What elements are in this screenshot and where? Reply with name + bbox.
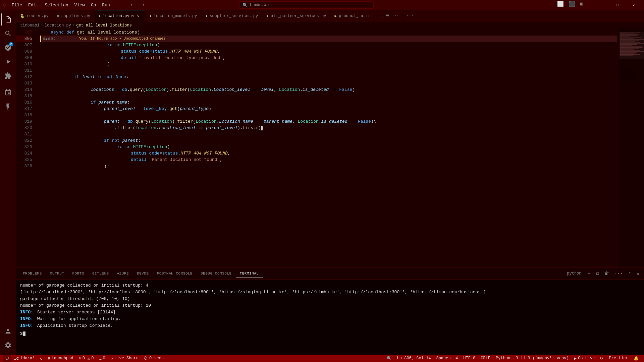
tab-biz-partner[interactable]: ● biz_partner_services.py [262, 10, 330, 22]
panel-tab-output[interactable]: OUTPUT [46, 269, 68, 278]
layout-editor-button[interactable]: ⬜ [555, 0, 566, 10]
menu-more[interactable]: ··· [113, 2, 125, 8]
activity-remote[interactable] [1, 86, 15, 99]
status-sync-button[interactable]: ↻ [37, 355, 45, 362]
close-button[interactable]: ✕ [626, 0, 641, 10]
panel-tab-problems[interactable]: PROBLEMS [19, 269, 46, 278]
svg-rect-45 [620, 80, 633, 80]
status-encoding[interactable]: UTF-8 [461, 355, 478, 362]
panel-tab-devdb[interactable]: DEVDB [133, 269, 153, 278]
panel-tab-azure[interactable]: AZURE [113, 269, 133, 278]
error-icon: ⊗ [79, 356, 81, 361]
panel-trash-button[interactable]: 🗑 [602, 270, 611, 277]
status-live-share[interactable]: ↗ Live Share [108, 355, 141, 362]
status-search-button[interactable]: 🔍 [384, 355, 394, 362]
status-go-live[interactable]: ▶ Go Live [572, 355, 598, 362]
status-python-version[interactable]: 3.11.9 ('myenv': venv) [513, 355, 571, 362]
activity-run-debug[interactable] [1, 55, 15, 68]
code-content[interactable]: async def get_all_level_locations( else:… [36, 29, 617, 267]
panel-maximize-button[interactable]: ⌃ [626, 270, 633, 278]
live-share-label: Live Share [114, 356, 139, 361]
panel-tab-postman[interactable]: POSTMAN CONSOLE [153, 269, 197, 278]
status-line-col[interactable]: Ln 806, Col 14 [394, 355, 434, 362]
menu-edit[interactable]: Edit [25, 2, 41, 8]
layout-custom-button[interactable]: ⬚ [586, 0, 593, 10]
status-line-ending[interactable]: CRLF [478, 355, 493, 362]
tab-suppliers[interactable]: ● suppliers.py [53, 10, 95, 22]
menu-go[interactable]: Go [88, 2, 99, 8]
layout-grid-button[interactable]: ⊞ [578, 0, 585, 10]
remote-count: 0 [103, 356, 105, 361]
tab-location-icon: ● [99, 14, 101, 18]
minimap[interactable] [617, 29, 644, 267]
status-remote-button[interactable]: ⬡ [3, 355, 11, 362]
panel-tab-gitlens[interactable]: GITLENS [88, 269, 113, 278]
activity-testing[interactable] [1, 100, 15, 113]
source-control-badge: 2 [9, 42, 13, 46]
maximize-button[interactable]: □ [610, 0, 625, 10]
status-prettier[interactable]: Prettier [606, 355, 631, 362]
timer-label: 0 secs [149, 356, 164, 361]
code-line-824: status_code=status.HTTP_404_NOT_FOUND, [40, 150, 617, 157]
activity-account[interactable] [1, 324, 15, 338]
tab-product-label: product_ [339, 14, 358, 18]
tab-router[interactable]: 🐍 router.py [16, 10, 53, 22]
status-timer[interactable]: ⏱ 0 secs [141, 355, 166, 362]
menu-selection[interactable]: Selection [42, 2, 71, 8]
layout-split-button[interactable]: ⬛ [567, 0, 577, 10]
breadcrumb-workspace[interactable]: timbuapi [20, 23, 40, 28]
tab-location-models[interactable]: ● location_models.py [145, 10, 201, 22]
panel-more-button[interactable]: ··· [612, 270, 625, 277]
nav-arrows: ← → [128, 1, 147, 9]
activity-search[interactable] [1, 27, 15, 40]
encoding-label: UTF-8 [463, 356, 475, 361]
terminal-content[interactable]: number of garbage collected on initial s… [16, 280, 644, 355]
status-errors[interactable]: ⊗ 0 ⚠ 0 [76, 355, 97, 362]
activity-extensions[interactable] [1, 69, 15, 82]
svg-rect-32 [620, 67, 640, 67]
timer-icon: ⏱ [144, 356, 148, 361]
status-git-branch[interactable]: ⎇ idara* [11, 355, 37, 362]
menu-run[interactable]: Run [99, 2, 112, 8]
panel-tab-terminal[interactable]: TERMINAL [236, 269, 263, 278]
activity-settings[interactable] [1, 339, 15, 352]
launchpad-icon: ⊞ [48, 356, 50, 361]
code-line-805: else: You, 13 hours ago • Uncommitted ch… [40, 36, 617, 42]
panel-add-terminal-button[interactable]: + [586, 270, 592, 277]
panel-tab-ports[interactable]: PORTS [68, 269, 88, 278]
status-spaces[interactable]: Spaces: 4 [433, 355, 461, 362]
panel-tab-debug[interactable]: DEBUG CONSOLE [197, 269, 235, 278]
menu-view[interactable]: View [72, 2, 88, 8]
activity-source-control[interactable]: 2 [1, 41, 15, 54]
git-branch-icon: ⎇ [14, 356, 19, 361]
search-icon: 🔍 [243, 3, 248, 8]
tab-location-models-label: location_models.py [154, 14, 197, 18]
search-bar[interactable]: 🔍 timbu.api [239, 1, 374, 9]
tab-location[interactable]: ● location.py M ✕ [95, 10, 145, 22]
tab-location-close-button[interactable]: ✕ [136, 13, 141, 19]
status-launchpad[interactable]: ⊞ Launchpad [45, 355, 76, 362]
nav-forward-button[interactable]: → [138, 1, 147, 9]
status-remote-count[interactable]: ☁ 0 [96, 355, 108, 362]
code-editor[interactable]: 767 805 807 808 809 810 811 812 813 814 … [16, 29, 644, 267]
terminal-line-4: number of garbage collected on initial s… [20, 302, 640, 309]
nav-back-button[interactable]: ← [128, 1, 137, 9]
status-notifications[interactable]: 🔔 [631, 355, 641, 362]
menu-file[interactable]: File [9, 2, 25, 8]
status-sync2[interactable]: ⟳ [597, 355, 606, 362]
panel-close-button[interactable]: ✕ [635, 270, 641, 278]
tab-supplier-services-icon: ● [206, 14, 208, 18]
tab-location-modified: M [131, 14, 134, 18]
panel-tabs: PROBLEMS OUTPUT PORTS GITLENS AZURE DEVD… [16, 268, 644, 280]
status-language[interactable]: Python [493, 355, 513, 362]
terminal-cursor [23, 331, 25, 336]
tab-supplier-services[interactable]: ● supplier_services.py [202, 10, 263, 22]
panel-split-button[interactable]: ⧉ [594, 270, 601, 277]
minimize-button[interactable]: ─ [594, 0, 609, 10]
tab-product[interactable]: ▶ product_ ▶ ↺ ← → ⬚ ☰ ··· [330, 10, 403, 22]
svg-rect-39 [620, 74, 634, 74]
tab-overflow-button[interactable]: ··· [404, 13, 417, 18]
activity-explorer[interactable] [1, 13, 15, 26]
breadcrumb-file[interactable]: location.py [45, 23, 71, 28]
breadcrumb-symbol[interactable]: get_all_level_locations [76, 23, 132, 28]
